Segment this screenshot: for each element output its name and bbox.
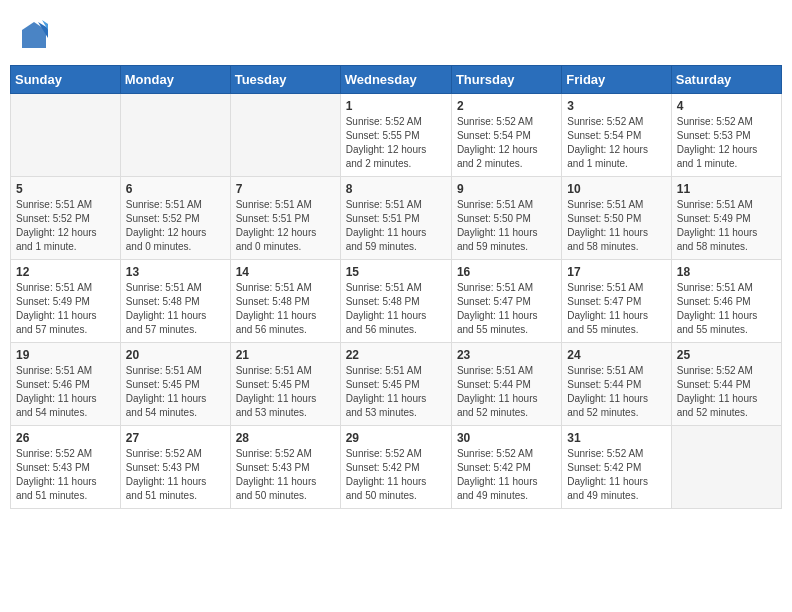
- header: [10, 10, 782, 57]
- day-info: Sunrise: 5:51 AM Sunset: 5:48 PM Dayligh…: [126, 281, 225, 337]
- day-number: 4: [677, 99, 776, 113]
- day-info: Sunrise: 5:52 AM Sunset: 5:42 PM Dayligh…: [567, 447, 665, 503]
- day-info: Sunrise: 5:51 AM Sunset: 5:49 PM Dayligh…: [16, 281, 115, 337]
- logo-icon: [20, 20, 48, 52]
- calendar-header-friday: Friday: [562, 66, 671, 94]
- calendar-cell: 6Sunrise: 5:51 AM Sunset: 5:52 PM Daylig…: [120, 177, 230, 260]
- day-number: 15: [346, 265, 446, 279]
- calendar-cell: 30Sunrise: 5:52 AM Sunset: 5:42 PM Dayli…: [451, 426, 561, 509]
- calendar-cell: [671, 426, 781, 509]
- calendar: SundayMondayTuesdayWednesdayThursdayFrid…: [10, 65, 782, 509]
- day-number: 23: [457, 348, 556, 362]
- calendar-header-sunday: Sunday: [11, 66, 121, 94]
- day-number: 22: [346, 348, 446, 362]
- day-number: 1: [346, 99, 446, 113]
- day-info: Sunrise: 5:51 AM Sunset: 5:45 PM Dayligh…: [346, 364, 446, 420]
- day-number: 9: [457, 182, 556, 196]
- day-info: Sunrise: 5:52 AM Sunset: 5:55 PM Dayligh…: [346, 115, 446, 171]
- calendar-cell: 28Sunrise: 5:52 AM Sunset: 5:43 PM Dayli…: [230, 426, 340, 509]
- day-number: 6: [126, 182, 225, 196]
- calendar-cell: 21Sunrise: 5:51 AM Sunset: 5:45 PM Dayli…: [230, 343, 340, 426]
- calendar-cell: 16Sunrise: 5:51 AM Sunset: 5:47 PM Dayli…: [451, 260, 561, 343]
- day-number: 12: [16, 265, 115, 279]
- day-info: Sunrise: 5:52 AM Sunset: 5:43 PM Dayligh…: [126, 447, 225, 503]
- calendar-cell: 5Sunrise: 5:51 AM Sunset: 5:52 PM Daylig…: [11, 177, 121, 260]
- day-number: 8: [346, 182, 446, 196]
- calendar-cell: 8Sunrise: 5:51 AM Sunset: 5:51 PM Daylig…: [340, 177, 451, 260]
- calendar-cell: 7Sunrise: 5:51 AM Sunset: 5:51 PM Daylig…: [230, 177, 340, 260]
- day-info: Sunrise: 5:51 AM Sunset: 5:46 PM Dayligh…: [677, 281, 776, 337]
- day-number: 3: [567, 99, 665, 113]
- calendar-cell: 9Sunrise: 5:51 AM Sunset: 5:50 PM Daylig…: [451, 177, 561, 260]
- day-info: Sunrise: 5:51 AM Sunset: 5:44 PM Dayligh…: [457, 364, 556, 420]
- day-number: 24: [567, 348, 665, 362]
- day-info: Sunrise: 5:51 AM Sunset: 5:46 PM Dayligh…: [16, 364, 115, 420]
- day-info: Sunrise: 5:51 AM Sunset: 5:49 PM Dayligh…: [677, 198, 776, 254]
- calendar-cell: 27Sunrise: 5:52 AM Sunset: 5:43 PM Dayli…: [120, 426, 230, 509]
- calendar-cell: 17Sunrise: 5:51 AM Sunset: 5:47 PM Dayli…: [562, 260, 671, 343]
- calendar-header-thursday: Thursday: [451, 66, 561, 94]
- day-number: 26: [16, 431, 115, 445]
- calendar-cell: 14Sunrise: 5:51 AM Sunset: 5:48 PM Dayli…: [230, 260, 340, 343]
- calendar-cell: 3Sunrise: 5:52 AM Sunset: 5:54 PM Daylig…: [562, 94, 671, 177]
- calendar-week-5: 26Sunrise: 5:52 AM Sunset: 5:43 PM Dayli…: [11, 426, 782, 509]
- day-info: Sunrise: 5:52 AM Sunset: 5:53 PM Dayligh…: [677, 115, 776, 171]
- calendar-cell: 11Sunrise: 5:51 AM Sunset: 5:49 PM Dayli…: [671, 177, 781, 260]
- day-info: Sunrise: 5:51 AM Sunset: 5:45 PM Dayligh…: [236, 364, 335, 420]
- day-info: Sunrise: 5:51 AM Sunset: 5:44 PM Dayligh…: [567, 364, 665, 420]
- day-info: Sunrise: 5:52 AM Sunset: 5:54 PM Dayligh…: [457, 115, 556, 171]
- day-info: Sunrise: 5:51 AM Sunset: 5:48 PM Dayligh…: [346, 281, 446, 337]
- day-info: Sunrise: 5:51 AM Sunset: 5:47 PM Dayligh…: [567, 281, 665, 337]
- calendar-cell: 29Sunrise: 5:52 AM Sunset: 5:42 PM Dayli…: [340, 426, 451, 509]
- calendar-cell: [230, 94, 340, 177]
- day-number: 17: [567, 265, 665, 279]
- day-number: 7: [236, 182, 335, 196]
- day-info: Sunrise: 5:52 AM Sunset: 5:54 PM Dayligh…: [567, 115, 665, 171]
- calendar-cell: 13Sunrise: 5:51 AM Sunset: 5:48 PM Dayli…: [120, 260, 230, 343]
- day-number: 29: [346, 431, 446, 445]
- calendar-cell: 25Sunrise: 5:52 AM Sunset: 5:44 PM Dayli…: [671, 343, 781, 426]
- logo: [20, 20, 48, 52]
- calendar-week-2: 5Sunrise: 5:51 AM Sunset: 5:52 PM Daylig…: [11, 177, 782, 260]
- calendar-cell: 24Sunrise: 5:51 AM Sunset: 5:44 PM Dayli…: [562, 343, 671, 426]
- calendar-week-4: 19Sunrise: 5:51 AM Sunset: 5:46 PM Dayli…: [11, 343, 782, 426]
- day-number: 14: [236, 265, 335, 279]
- day-number: 27: [126, 431, 225, 445]
- day-info: Sunrise: 5:51 AM Sunset: 5:45 PM Dayligh…: [126, 364, 225, 420]
- calendar-week-3: 12Sunrise: 5:51 AM Sunset: 5:49 PM Dayli…: [11, 260, 782, 343]
- calendar-cell: 15Sunrise: 5:51 AM Sunset: 5:48 PM Dayli…: [340, 260, 451, 343]
- day-number: 5: [16, 182, 115, 196]
- day-number: 18: [677, 265, 776, 279]
- day-info: Sunrise: 5:52 AM Sunset: 5:42 PM Dayligh…: [346, 447, 446, 503]
- calendar-cell: 20Sunrise: 5:51 AM Sunset: 5:45 PM Dayli…: [120, 343, 230, 426]
- day-info: Sunrise: 5:51 AM Sunset: 5:50 PM Dayligh…: [567, 198, 665, 254]
- calendar-cell: 4Sunrise: 5:52 AM Sunset: 5:53 PM Daylig…: [671, 94, 781, 177]
- day-info: Sunrise: 5:51 AM Sunset: 5:48 PM Dayligh…: [236, 281, 335, 337]
- calendar-cell: 18Sunrise: 5:51 AM Sunset: 5:46 PM Dayli…: [671, 260, 781, 343]
- day-info: Sunrise: 5:51 AM Sunset: 5:51 PM Dayligh…: [346, 198, 446, 254]
- calendar-cell: 10Sunrise: 5:51 AM Sunset: 5:50 PM Dayli…: [562, 177, 671, 260]
- day-number: 28: [236, 431, 335, 445]
- calendar-cell: 19Sunrise: 5:51 AM Sunset: 5:46 PM Dayli…: [11, 343, 121, 426]
- day-info: Sunrise: 5:51 AM Sunset: 5:51 PM Dayligh…: [236, 198, 335, 254]
- day-number: 11: [677, 182, 776, 196]
- day-number: 20: [126, 348, 225, 362]
- calendar-header-row: SundayMondayTuesdayWednesdayThursdayFrid…: [11, 66, 782, 94]
- calendar-cell: 23Sunrise: 5:51 AM Sunset: 5:44 PM Dayli…: [451, 343, 561, 426]
- calendar-header-wednesday: Wednesday: [340, 66, 451, 94]
- day-number: 19: [16, 348, 115, 362]
- day-number: 10: [567, 182, 665, 196]
- calendar-week-1: 1Sunrise: 5:52 AM Sunset: 5:55 PM Daylig…: [11, 94, 782, 177]
- day-number: 13: [126, 265, 225, 279]
- calendar-header-monday: Monday: [120, 66, 230, 94]
- calendar-cell: 12Sunrise: 5:51 AM Sunset: 5:49 PM Dayli…: [11, 260, 121, 343]
- calendar-cell: 26Sunrise: 5:52 AM Sunset: 5:43 PM Dayli…: [11, 426, 121, 509]
- day-number: 30: [457, 431, 556, 445]
- calendar-cell: 1Sunrise: 5:52 AM Sunset: 5:55 PM Daylig…: [340, 94, 451, 177]
- day-number: 21: [236, 348, 335, 362]
- day-info: Sunrise: 5:51 AM Sunset: 5:50 PM Dayligh…: [457, 198, 556, 254]
- day-info: Sunrise: 5:51 AM Sunset: 5:52 PM Dayligh…: [126, 198, 225, 254]
- day-number: 16: [457, 265, 556, 279]
- calendar-cell: 22Sunrise: 5:51 AM Sunset: 5:45 PM Dayli…: [340, 343, 451, 426]
- day-number: 2: [457, 99, 556, 113]
